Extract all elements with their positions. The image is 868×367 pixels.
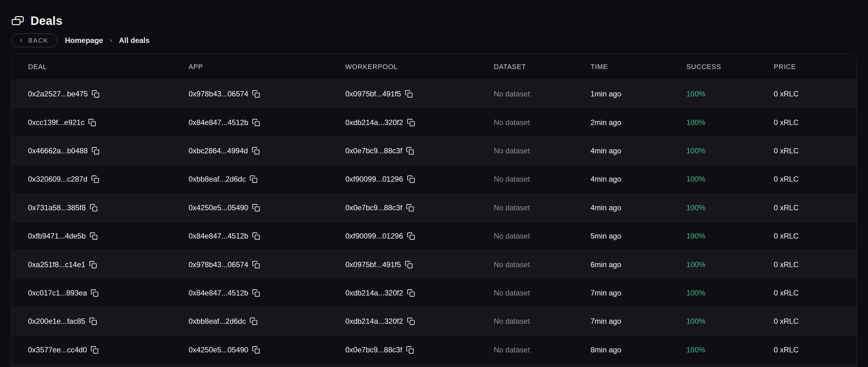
price-cell: 0 xRLC xyxy=(774,345,857,354)
workerpool-cell: 0x0e7bc9...88c3f xyxy=(345,147,494,155)
workerpool-hash[interactable]: 0x0e7bc9...88c3f xyxy=(345,147,402,155)
success-cell: 100% xyxy=(686,175,774,183)
copy-icon[interactable] xyxy=(252,90,260,98)
column-header-success: SUCCESS xyxy=(686,63,774,71)
copy-icon[interactable] xyxy=(91,346,99,354)
workerpool-cell: 0xf90099...01296 xyxy=(345,175,494,183)
copy-icon[interactable] xyxy=(406,204,414,212)
price-cell: 0 xRLC xyxy=(774,118,857,127)
app-hash[interactable]: 0x978b43...06574 xyxy=(189,90,248,98)
copy-icon[interactable] xyxy=(249,175,257,183)
time-cell: 7min ago xyxy=(590,317,686,326)
success-cell: 100% xyxy=(686,118,774,127)
dataset-cell: No dataset xyxy=(494,90,590,98)
app-hash[interactable]: 0xbc2864...4994d xyxy=(189,147,248,155)
app-hash[interactable]: 0x4250e5...05490 xyxy=(189,204,248,212)
deal-cell: 0x731a58...385f8 xyxy=(28,204,189,212)
deal-hash[interactable]: 0x200e1e...fac85 xyxy=(28,317,85,326)
copy-icon[interactable] xyxy=(406,147,414,155)
app-hash[interactable]: 0x84e847...4512b xyxy=(189,288,248,297)
app-hash[interactable]: 0x4250e5...05490 xyxy=(189,345,248,354)
copy-icon[interactable] xyxy=(252,289,260,297)
app-cell: 0x978b43...06574 xyxy=(189,260,345,269)
deal-hash[interactable]: 0xcc139f...e921c xyxy=(28,118,84,127)
copy-icon[interactable] xyxy=(252,346,260,354)
copy-icon[interactable] xyxy=(407,232,415,240)
app-cell: 0x978b43...06574 xyxy=(189,90,345,98)
breadcrumb-item-all-deals: All deals xyxy=(119,36,150,45)
copy-icon[interactable] xyxy=(405,90,413,98)
deal-hash[interactable]: 0x46662a...b0488 xyxy=(28,147,88,155)
copy-icon[interactable] xyxy=(89,261,97,269)
table-header-row: DEALAPPWORKERPOOLDATASETTIMESUCCESSPRICE xyxy=(11,54,857,80)
deal-cell: 0x46662a...b0488 xyxy=(28,147,189,155)
app-hash[interactable]: 0xbb8eaf...2d6dc xyxy=(189,317,246,326)
price-cell: 0 xRLC xyxy=(774,288,857,297)
copy-icon[interactable] xyxy=(252,147,260,155)
app-hash[interactable]: 0x978b43...06574 xyxy=(189,260,248,269)
time-cell: 7min ago xyxy=(590,288,686,297)
price-cell: 0 xRLC xyxy=(774,317,857,326)
dataset-cell: No dataset xyxy=(494,260,590,269)
workerpool-hash[interactable]: 0x0975bf...491f5 xyxy=(345,90,401,98)
copy-icon[interactable] xyxy=(91,289,99,297)
app-hash[interactable]: 0xbb8eaf...2d6dc xyxy=(189,175,246,183)
price-cell: 0 xRLC xyxy=(774,260,857,269)
deal-hash[interactable]: 0x2a2527...be475 xyxy=(28,90,88,98)
app-hash[interactable]: 0x84e847...4512b xyxy=(189,232,248,240)
price-cell: 0 xRLC xyxy=(774,90,857,98)
copy-icon[interactable] xyxy=(91,147,99,155)
copy-icon[interactable] xyxy=(407,317,415,325)
table-row: 0xa251f8...c14e1 0x978b43...06574 0x0975… xyxy=(11,250,857,278)
table-row: 0xfb9471...4de5b 0x84e847...4512b 0xf900… xyxy=(11,222,857,250)
app-hash[interactable]: 0x84e847...4512b xyxy=(189,118,248,127)
deal-cell: 0xc017c1...893ea xyxy=(28,288,189,297)
copy-icon[interactable] xyxy=(90,204,98,212)
copy-icon[interactable] xyxy=(406,346,414,354)
success-cell: 100% xyxy=(686,345,774,354)
copy-icon[interactable] xyxy=(249,317,257,325)
app-cell: 0x4250e5...05490 xyxy=(189,345,345,354)
copy-icon[interactable] xyxy=(252,204,260,212)
app-cell: 0xbb8eaf...2d6dc xyxy=(189,317,345,326)
stacked-deals-icon xyxy=(11,16,24,27)
time-cell: 4min ago xyxy=(590,175,686,183)
back-button[interactable]: BACK xyxy=(11,34,57,47)
copy-icon[interactable] xyxy=(88,119,96,127)
workerpool-cell: 0x0e7bc9...88c3f xyxy=(345,345,494,354)
copy-icon[interactable] xyxy=(252,261,260,269)
deal-hash[interactable]: 0xa251f8...c14e1 xyxy=(28,260,85,269)
deal-hash[interactable]: 0xfb9471...4de5b xyxy=(28,232,86,240)
workerpool-hash[interactable]: 0xdb214a...320f2 xyxy=(345,288,403,297)
copy-icon[interactable] xyxy=(252,119,260,127)
workerpool-hash[interactable]: 0xf90099...01296 xyxy=(345,175,403,183)
workerpool-hash[interactable]: 0x0e7bc9...88c3f xyxy=(345,345,402,354)
success-cell: 100% xyxy=(686,288,774,297)
deal-hash[interactable]: 0x320609...c287d xyxy=(28,175,87,183)
copy-icon[interactable] xyxy=(252,232,260,240)
table-row: 0x3577ee...cc4d0 0x4250e5...05490 0x0e7b… xyxy=(11,336,857,364)
workerpool-hash[interactable]: 0xdb214a...320f2 xyxy=(345,317,403,326)
copy-icon[interactable] xyxy=(407,119,415,127)
workerpool-hash[interactable]: 0x0975bf...491f5 xyxy=(345,260,401,269)
workerpool-cell: 0xdb214a...320f2 xyxy=(345,317,494,326)
copy-icon[interactable] xyxy=(89,317,97,325)
workerpool-hash[interactable]: 0xdb214a...320f2 xyxy=(345,118,403,127)
app-cell: 0xbb8eaf...2d6dc xyxy=(189,175,345,183)
success-cell: 100% xyxy=(686,90,774,98)
copy-icon[interactable] xyxy=(91,175,99,183)
deal-hash[interactable]: 0xc017c1...893ea xyxy=(28,288,87,297)
copy-icon[interactable] xyxy=(90,232,98,240)
copy-icon[interactable] xyxy=(407,175,415,183)
deal-hash[interactable]: 0x731a58...385f8 xyxy=(28,204,86,212)
dataset-cell: No dataset xyxy=(494,317,590,326)
app-cell: 0x84e847...4512b xyxy=(189,118,345,127)
deal-hash[interactable]: 0x3577ee...cc4d0 xyxy=(28,345,87,354)
time-cell: 2min ago xyxy=(590,118,686,127)
workerpool-hash[interactable]: 0x0e7bc9...88c3f xyxy=(345,204,402,212)
copy-icon[interactable] xyxy=(407,289,415,297)
workerpool-hash[interactable]: 0xf90099...01296 xyxy=(345,232,403,240)
breadcrumb-item-homepage[interactable]: Homepage xyxy=(65,36,103,45)
copy-icon[interactable] xyxy=(91,90,99,98)
copy-icon[interactable] xyxy=(405,261,413,269)
